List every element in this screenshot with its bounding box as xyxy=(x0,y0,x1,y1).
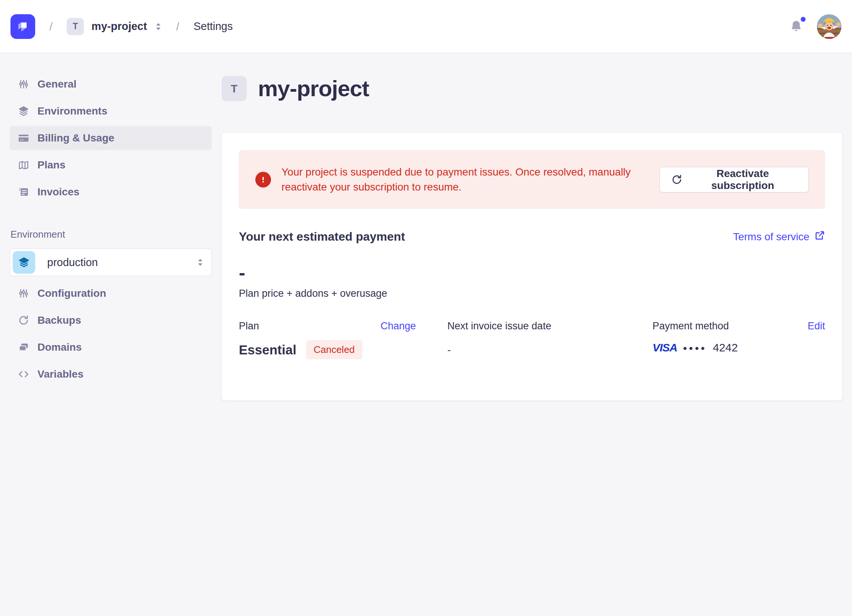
sidebar-item-label: General xyxy=(38,78,76,90)
sidebar-item-label: Variables xyxy=(38,368,83,380)
sidebar-item-label: Domains xyxy=(38,341,82,353)
header-actions xyxy=(789,14,841,39)
breadcrumb: / T my-project / Settings xyxy=(11,14,233,39)
billing-card: Your project is suspended due to payment… xyxy=(222,133,842,400)
card-last4: 4242 xyxy=(713,341,738,354)
sidebar: General Environments Bill xyxy=(0,53,212,615)
credit-card-icon xyxy=(18,133,29,144)
terms-of-service-link[interactable]: Terms of service xyxy=(733,230,825,243)
sidebar-item-domains[interactable]: Domains xyxy=(10,335,212,359)
sidebar-item-label: Backups xyxy=(38,314,81,326)
visa-logo: VISA xyxy=(653,341,677,354)
app-logo-icon[interactable] xyxy=(11,14,35,39)
payment-method-column: Payment method Edit VISA •••• 4242 xyxy=(653,320,825,359)
plan-label: Plan xyxy=(239,320,259,332)
estimated-payment-heading: Your next estimated payment xyxy=(239,230,405,244)
suspension-alert: Your project is suspended due to payment… xyxy=(239,150,825,209)
billing-details-row: Plan Change Essential Canceled Next invo… xyxy=(239,320,825,359)
sidebar-item-label: Environments xyxy=(38,105,107,117)
exclamation-circle-icon xyxy=(255,172,271,187)
sidebar-item-label: Configuration xyxy=(38,287,106,299)
plan-name: Essential xyxy=(239,343,296,358)
receipt-icon xyxy=(18,186,29,198)
card-number-dots: •••• xyxy=(683,341,707,355)
sidebar-item-configuration[interactable]: Configuration xyxy=(10,281,212,305)
breadcrumb-separator: / xyxy=(50,20,53,33)
sort-arrows-icon xyxy=(155,21,162,32)
project-title-row: T my-project xyxy=(222,75,842,101)
sidebar-item-backups[interactable]: Backups xyxy=(10,308,212,332)
sort-arrows-icon xyxy=(196,257,204,268)
estimated-amount-value: - xyxy=(239,263,825,282)
top-bar: / T my-project / Settings xyxy=(0,0,852,53)
sidebar-item-general[interactable]: General xyxy=(10,72,212,96)
sliders-icon xyxy=(18,79,29,90)
sidebar-item-variables[interactable]: Variables xyxy=(10,362,212,386)
amount-formula: Plan price + addons + overusage xyxy=(239,288,825,299)
code-icon xyxy=(18,368,29,380)
reactivate-subscription-label: Reactivate subscription xyxy=(689,168,797,192)
alert-message: Your project is suspended due to payment… xyxy=(281,165,660,195)
sidebar-item-label: Plans xyxy=(38,159,65,171)
sliders-icon xyxy=(18,288,29,299)
page-title: my-project xyxy=(258,75,369,101)
sidebar-item-billing-usage[interactable]: Billing & Usage xyxy=(10,126,212,150)
change-plan-link[interactable]: Change xyxy=(380,320,416,332)
plan-column: Plan Change Essential Canceled xyxy=(239,320,447,359)
sidebar-item-environments[interactable]: Environments xyxy=(10,99,212,123)
edit-payment-link[interactable]: Edit xyxy=(807,320,825,332)
sidebar-item-plans[interactable]: Plans xyxy=(10,153,212,177)
windows-icon xyxy=(18,342,29,353)
refresh-icon xyxy=(671,174,683,185)
notifications-button[interactable] xyxy=(789,19,804,34)
reactivate-subscription-button[interactable]: Reactivate subscription xyxy=(660,167,808,192)
project-initial-badge: T xyxy=(66,18,84,35)
environment-section-label: Environment xyxy=(11,229,212,240)
terms-of-service-label: Terms of service xyxy=(733,231,809,243)
invoice-date-label: Next invoice issue date xyxy=(447,320,551,332)
bell-icon xyxy=(789,28,803,35)
payment-method-label: Payment method xyxy=(653,320,729,332)
notification-dot xyxy=(801,17,805,22)
layers-icon xyxy=(13,251,35,273)
main-content: T my-project Your project is suspended d… xyxy=(212,53,852,615)
environment-select[interactable]: production xyxy=(10,249,212,276)
refresh-icon xyxy=(18,315,29,326)
breadcrumb-separator: / xyxy=(176,20,179,33)
sidebar-item-label: Billing & Usage xyxy=(38,132,114,144)
plan-status-badge: Canceled xyxy=(306,340,363,359)
invoice-column: Next invoice issue date - xyxy=(447,320,653,359)
breadcrumb-project-name: my-project xyxy=(91,20,147,33)
environment-select-value: production xyxy=(47,257,98,269)
invoice-date-value: - xyxy=(447,344,653,356)
sidebar-item-invoices[interactable]: Invoices xyxy=(10,180,212,204)
external-link-icon xyxy=(814,230,825,243)
avatar[interactable] xyxy=(817,14,841,39)
layers-icon xyxy=(18,106,29,117)
breadcrumb-project-selector[interactable]: T my-project xyxy=(66,18,162,35)
sidebar-item-label: Invoices xyxy=(38,186,79,198)
breadcrumb-section[interactable]: Settings xyxy=(193,20,233,33)
environment-nav: Configuration Backups xyxy=(10,281,212,386)
project-initial-badge: T xyxy=(222,76,247,101)
map-icon xyxy=(18,159,29,171)
